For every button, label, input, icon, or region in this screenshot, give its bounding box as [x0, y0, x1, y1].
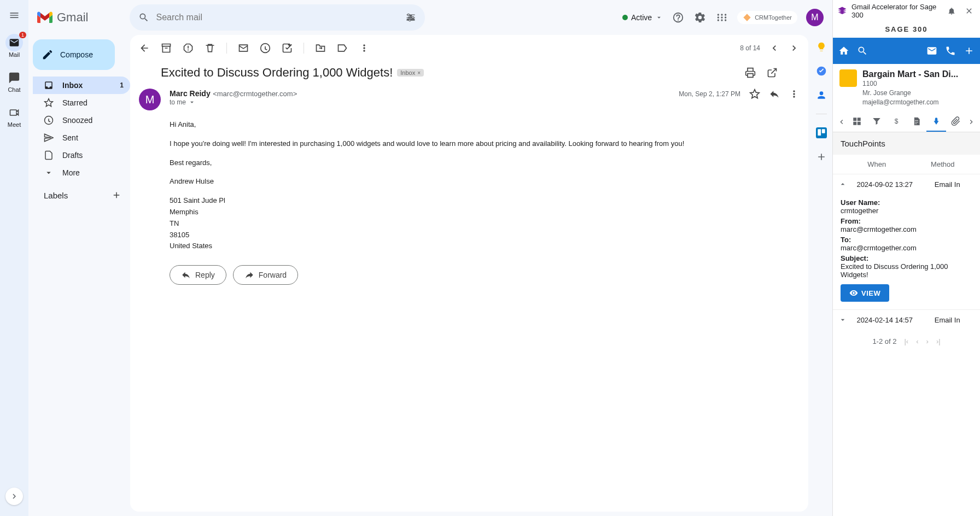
- subject-row: Excited to Discuss Ordering 1,000 Widget…: [130, 61, 808, 84]
- body-signer: Andrew Hulse: [170, 176, 800, 187]
- touchpoint-row-header[interactable]: 2024-09-02 13:27 Email In: [833, 174, 980, 194]
- move-to-button[interactable]: [315, 43, 326, 54]
- rail-expand[interactable]: [5, 488, 23, 505]
- chevron-right-icon: [789, 43, 800, 54]
- more-button[interactable]: [359, 43, 370, 54]
- nav-snoozed-label: Snoozed: [62, 116, 124, 125]
- rail-meet[interactable]: Meet: [0, 101, 28, 131]
- rail-mail[interactable]: 1 Mail: [0, 31, 28, 61]
- tasks-addon-icon[interactable]: [816, 66, 827, 77]
- sender-name: Marc Reidy: [170, 89, 211, 98]
- plus-icon: [964, 45, 975, 56]
- label-button[interactable]: [337, 43, 348, 54]
- nav-sent[interactable]: Sent: [33, 129, 130, 146]
- panel-close[interactable]: [962, 4, 976, 17]
- panel-search[interactable]: [857, 45, 868, 56]
- view-button[interactable]: VIEW: [841, 284, 889, 302]
- nav-starred[interactable]: Starred: [33, 94, 130, 112]
- contacts-addon-icon[interactable]: [816, 90, 827, 101]
- panel-home[interactable]: [838, 45, 849, 56]
- panel-call-action[interactable]: [945, 45, 956, 56]
- snooze-button[interactable]: [260, 43, 271, 54]
- plus-icon[interactable]: [112, 190, 121, 200]
- forward-button[interactable]: Forward: [233, 265, 298, 285]
- mark-unread-button[interactable]: [238, 43, 249, 54]
- dollar-icon: $: [891, 116, 901, 126]
- row-collapse[interactable]: [838, 180, 849, 189]
- svg-point-0: [408, 14, 410, 15]
- nav-drafts[interactable]: Drafts: [33, 146, 130, 164]
- message-meta: Mon, Sep 2, 1:27 PM: [679, 89, 800, 99]
- gmail-logo[interactable]: Gmail: [37, 10, 88, 25]
- pager-next[interactable]: ›: [926, 337, 929, 345]
- trello-addon-icon[interactable]: [816, 127, 827, 138]
- toolbar-pager: 8 of 14: [740, 43, 800, 54]
- company-summary: Bargain Mart - San Di... 1100 Mr. Jose G…: [833, 64, 980, 112]
- nav-snoozed[interactable]: Snoozed: [33, 112, 130, 129]
- open-new-window-icon[interactable]: [767, 67, 778, 78]
- row-expand[interactable]: [838, 315, 849, 324]
- rail-meet-label: Meet: [8, 121, 21, 128]
- add-task-button[interactable]: [282, 43, 293, 54]
- task-add-icon: [282, 43, 293, 54]
- chevron-left-icon: [837, 118, 846, 126]
- sender-avatar[interactable]: M: [139, 89, 161, 110]
- tabs-next[interactable]: [966, 118, 977, 126]
- pager-prev[interactable]: [769, 43, 780, 54]
- nav-inbox-label: Inbox: [62, 81, 111, 90]
- inbox-chip[interactable]: Inbox ×: [397, 69, 424, 77]
- back-button[interactable]: [139, 43, 150, 54]
- recipient-line[interactable]: to me: [170, 98, 670, 106]
- toolbar-divider: [226, 43, 227, 54]
- archive-button[interactable]: [161, 43, 172, 54]
- email-body: Hi Anita, I hope you're doing well! I'm …: [130, 115, 808, 256]
- search-box[interactable]: [130, 4, 425, 31]
- svg-text:$: $: [895, 118, 899, 125]
- search-options-icon[interactable]: [405, 12, 416, 23]
- plus-addon-icon[interactable]: [816, 151, 827, 162]
- gmail-body: Compose Inbox 1 Starred Snoozed Sent: [28, 35, 832, 516]
- reply-icon[interactable]: [769, 89, 780, 99]
- account-avatar[interactable]: M: [806, 9, 824, 26]
- keep-addon-icon[interactable]: [816, 42, 827, 52]
- star-outline-icon[interactable]: [749, 89, 760, 99]
- pager-next[interactable]: [789, 43, 800, 54]
- pager-prev[interactable]: ‹: [916, 337, 918, 345]
- panel-notifications[interactable]: [945, 4, 958, 17]
- main-menu-button[interactable]: [3, 4, 25, 26]
- nav-more[interactable]: More: [33, 164, 130, 181]
- settings-button[interactable]: [693, 11, 707, 24]
- apps-button[interactable]: [715, 11, 728, 24]
- tabs-prev[interactable]: [836, 118, 847, 126]
- status-pill[interactable]: Active: [622, 13, 663, 22]
- pager-first[interactable]: |‹: [904, 337, 908, 345]
- close-icon: [965, 7, 973, 15]
- print-icon[interactable]: [745, 67, 756, 78]
- tab-filter[interactable]: [867, 112, 886, 132]
- tab-money[interactable]: $: [886, 112, 906, 132]
- search-input[interactable]: [156, 13, 399, 22]
- panel-mail-action[interactable]: [926, 45, 937, 56]
- inbox-chip-close[interactable]: ×: [417, 70, 421, 76]
- search-icon: [857, 45, 868, 56]
- spam-button[interactable]: [183, 43, 194, 54]
- tab-grid[interactable]: [847, 112, 867, 132]
- panel-add[interactable]: [964, 45, 975, 56]
- svg-rect-5: [818, 129, 821, 136]
- delete-button[interactable]: [205, 43, 215, 54]
- tab-touchpoints[interactable]: [926, 112, 946, 132]
- pager-last[interactable]: ›|: [936, 337, 941, 345]
- tab-attach[interactable]: [946, 112, 966, 132]
- rail-chat[interactable]: Chat: [0, 66, 28, 96]
- panel-action-bar: [833, 38, 980, 64]
- touchpoint-row-header[interactable]: 2024-02-14 14:57 Email In: [833, 310, 980, 330]
- detail-subject-label: Subject:: [841, 254, 972, 262]
- nav-inbox[interactable]: Inbox 1: [33, 77, 130, 94]
- labels-header: Labels: [33, 181, 130, 200]
- support-button[interactable]: [672, 11, 685, 24]
- compose-button[interactable]: Compose: [33, 39, 115, 70]
- more-vert-icon[interactable]: [789, 89, 800, 99]
- reply-button[interactable]: Reply: [170, 265, 226, 285]
- crm-chip[interactable]: CRMTogether: [737, 11, 797, 24]
- tab-document[interactable]: [907, 112, 926, 132]
